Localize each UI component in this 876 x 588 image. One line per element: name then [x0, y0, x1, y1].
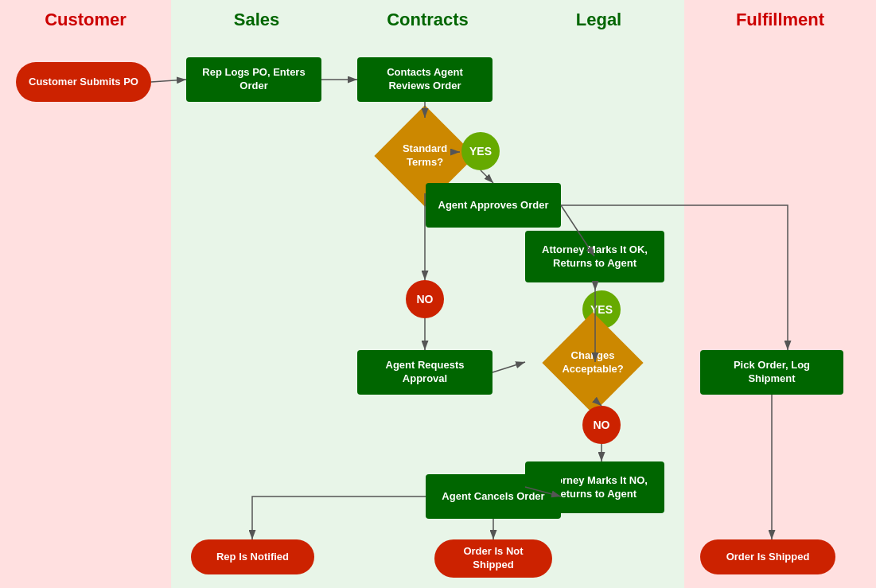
- no-changes-acceptable: NO: [582, 406, 621, 444]
- changes-acceptable-diamond: Changes Acceptable?: [525, 325, 660, 400]
- pick-order: Pick Order, Log Shipment: [700, 350, 843, 395]
- rep-is-notified: Rep Is Notified: [191, 539, 314, 574]
- no-standard-terms: NO: [406, 280, 444, 318]
- agent-approves-order: Agent Approves Order: [426, 183, 561, 228]
- attorney-ok: Attorney Marks It OK, Returns to Agent: [525, 231, 664, 282]
- lane-header-legal: Legal: [513, 0, 684, 37]
- yes-standard-terms: YES: [461, 132, 500, 170]
- order-is-shipped: Order Is Shipped: [700, 539, 835, 574]
- contacts-agent: Contacts Agent Reviews Order: [357, 57, 493, 102]
- diagram-container: Customer Sales Contracts Legal Fulfillme…: [0, 0, 876, 588]
- agent-cancels-order: Agent Cancels Order: [426, 474, 561, 519]
- lane-header-contracts: Contracts: [342, 0, 513, 37]
- rep-logs-po: Rep Logs PO, Enters Order: [186, 57, 321, 102]
- customer-submits-po: Customer Submits PO: [16, 62, 151, 102]
- lane-header-sales: Sales: [171, 0, 342, 37]
- lane-header-fulfillment: Fulfillment: [684, 0, 876, 37]
- lane-fulfillment: Fulfillment: [684, 0, 876, 588]
- agent-requests-approval: Agent Requests Approval: [357, 350, 493, 395]
- lane-header-customer: Customer: [0, 0, 171, 37]
- order-not-shipped: Order Is Not Shipped: [434, 539, 552, 578]
